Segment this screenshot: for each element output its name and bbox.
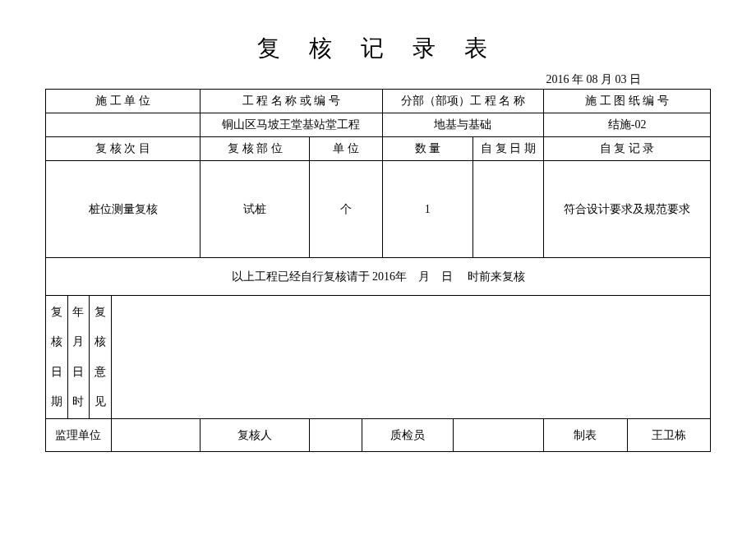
cell-review-part: 试桩 [201, 161, 310, 258]
cell-drawing-no: 结施-02 [544, 113, 711, 137]
footer-row: 监理单位 复核人 质检员 制表 王卫栋 [46, 419, 711, 452]
page-title: 复 核 记 录 表 [45, 33, 711, 64]
vlabel-ymd: 年 月 日 时 [67, 296, 90, 419]
cell-project-name: 铜山区马坡王堂基站堂工程 [201, 113, 382, 137]
vlabel-review-date: 复 核 日 期 [46, 296, 68, 419]
header-row-2: 复 核 次 目 复 核 部 位 单 位 数 量 自 复 日 期 自 复 记 录 [46, 137, 711, 161]
vlabel-opinion: 复 核 意 见 [90, 296, 112, 419]
notice-row: 以上工程已经自行复核请于 2016年 月 日 时前来复核 [46, 258, 711, 296]
cell-opinion-content [111, 296, 710, 419]
footer-preparer-label: 制表 [544, 419, 627, 452]
footer-supervision-label: 监理单位 [46, 419, 112, 452]
data-row-2: 桩位测量复核 试桩 个 1 符合设计要求及规范要求 [46, 161, 711, 258]
footer-supervision-value [111, 419, 201, 452]
footer-reviewer-value [310, 419, 362, 452]
cell-sub-project-name: 地基与基础 [382, 113, 544, 137]
footer-preparer-value: 王卫栋 [627, 419, 710, 452]
header-construction-unit: 施 工 单 位 [46, 90, 201, 113]
header-quantity: 数 量 [382, 137, 473, 161]
cell-self-record: 符合设计要求及规范要求 [544, 161, 711, 258]
cell-notice: 以上工程已经自行复核请于 2016年 月 日 时前来复核 [46, 258, 711, 296]
footer-inspector-label: 质检员 [362, 419, 453, 452]
header-self-date: 自 复 日 期 [473, 137, 544, 161]
footer-inspector-value [453, 419, 544, 452]
cell-quantity: 1 [382, 161, 473, 258]
review-record-table: 施 工 单 位 工 程 名 称 或 编 号 分部（部项）工 程 名 称 施 工 … [45, 89, 711, 452]
header-self-record: 自 复 记 录 [544, 137, 711, 161]
header-drawing-no: 施 工 图 纸 编 号 [544, 90, 711, 113]
document-container: 复 核 记 录 表 2016 年 08 月 03 日 施 工 单 位 工 程 名… [0, 0, 756, 452]
header-review-item: 复 核 次 目 [46, 137, 201, 161]
header-unit-measure: 单 位 [310, 137, 382, 161]
header-review-part: 复 核 部 位 [201, 137, 310, 161]
data-row-1: 铜山区马坡王堂基站堂工程 地基与基础 结施-02 [46, 113, 711, 137]
cell-self-date [473, 161, 544, 258]
vertical-label-row: 复 核 日 期 年 月 日 时 复 核 意 见 [46, 296, 711, 419]
header-sub-project-name: 分部（部项）工 程 名 称 [382, 90, 544, 113]
header-row-1: 施 工 单 位 工 程 名 称 或 编 号 分部（部项）工 程 名 称 施 工 … [46, 90, 711, 113]
cell-review-item: 桩位测量复核 [46, 161, 201, 258]
header-project-name: 工 程 名 称 或 编 号 [201, 90, 382, 113]
footer-reviewer-label: 复核人 [201, 419, 310, 452]
cell-construction-unit [46, 113, 201, 137]
cell-unit-measure: 个 [310, 161, 382, 258]
document-date: 2016 年 08 月 03 日 [45, 72, 711, 87]
